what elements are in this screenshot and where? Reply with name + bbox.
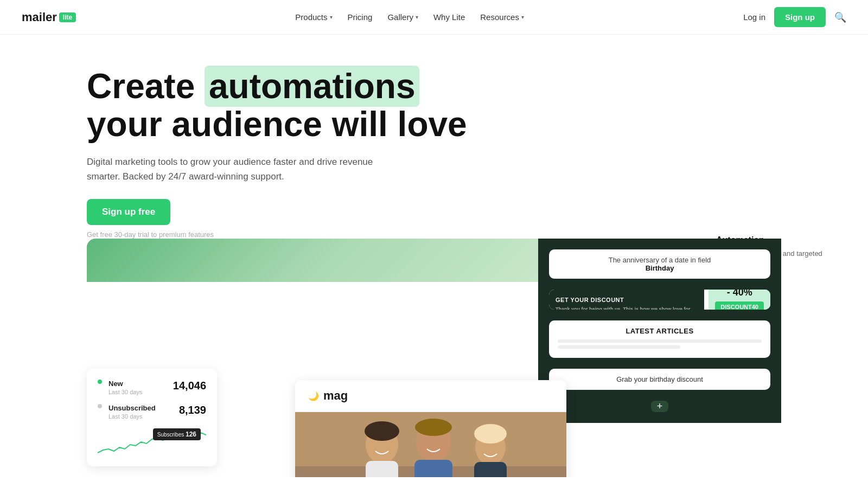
nav-resources[interactable]: Resources ▾ (474, 8, 531, 26)
anniversary-card: The anniversary of a date in field Birth… (549, 249, 770, 279)
email-preview-card: 🌙 mag (295, 380, 566, 477)
logo-badge: lite (59, 12, 76, 22)
signup-free-button[interactable]: Sign up free (87, 199, 170, 225)
nav-gallery[interactable]: Gallery ▾ (381, 8, 425, 26)
chevron-down-icon: ▾ (416, 14, 418, 20)
svg-point-8 (365, 421, 399, 441)
discount-code-button[interactable]: DISCOUNT40 (715, 301, 764, 310)
new-indicator (98, 380, 102, 384)
chevron-down-icon: ▾ (330, 14, 333, 20)
nav-why-lite[interactable]: Why Lite (427, 8, 471, 26)
unsub-indicator (98, 404, 102, 408)
dark-automation-panel: The anniversary of a date in field Birth… (538, 239, 781, 423)
articles-card: LATEST ARTICLES (549, 320, 770, 358)
nav-links: Products ▾ Pricing Gallery ▾ Why Lite Re… (289, 8, 531, 26)
sparkline-chart: Subscribes 126 (98, 428, 206, 455)
green-background-panel: Email campaigns → Create engaging, dynam… (87, 239, 538, 282)
signup-button[interactable]: Sign up (774, 7, 826, 27)
hero-heading: Create automations your audience will lo… (87, 67, 781, 144)
add-step-button[interactable]: + (651, 401, 668, 412)
svg-rect-3 (366, 461, 398, 477)
stats-card: New Last 30 days 14,046 Unsubscribed Las… (87, 369, 217, 466)
logo-name: mailer (22, 10, 57, 24)
discount-card: GET YOUR DISCOUNT Thank you for being wi… (549, 290, 770, 310)
search-button[interactable]: 🔍 (834, 11, 846, 23)
hero-section: Create automations your audience will lo… (0, 35, 868, 477)
navbar: mailer lite Products ▾ Pricing Gallery ▾… (0, 0, 868, 35)
hero-subtext: Digital marketing tools to grow your aud… (87, 155, 391, 184)
logo[interactable]: mailer lite (22, 10, 76, 24)
visual-section: Email campaigns → Create engaging, dynam… (87, 239, 781, 477)
search-icon: 🔍 (834, 12, 846, 23)
svg-point-9 (415, 419, 452, 436)
hero-highlight: automations (205, 66, 419, 107)
email-body (295, 412, 566, 477)
chevron-down-icon: ▾ (521, 14, 524, 20)
email-hero-image (295, 412, 566, 477)
login-button[interactable]: Log in (743, 12, 765, 22)
subscribes-tooltip: Subscribes 126 (153, 428, 201, 440)
nav-products[interactable]: Products ▾ (289, 8, 339, 26)
nav-pricing[interactable]: Pricing (341, 8, 379, 26)
moon-icon: 🌙 (308, 391, 319, 401)
birthday-cta-card: Grab your birthday discount (549, 369, 770, 390)
trial-text: Get free 30-day trial to premium feature… (87, 230, 781, 239)
svg-point-10 (474, 424, 507, 444)
article-line-1 (558, 339, 762, 343)
svg-rect-7 (474, 462, 507, 477)
svg-rect-5 (414, 460, 452, 477)
nav-right: Log in Sign up 🔍 (743, 7, 846, 27)
article-line-2 (558, 345, 680, 349)
